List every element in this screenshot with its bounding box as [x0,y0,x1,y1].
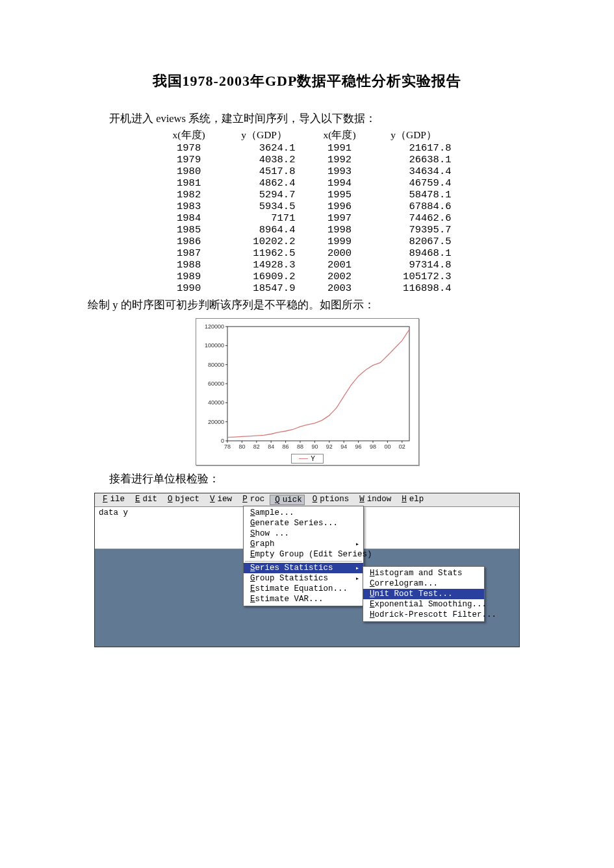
table-cell: 1997 [308,212,370,224]
gdp-data-table: x(年度) y（GDP） x(年度) y（GDP） 19783624.11991… [158,129,457,294]
legend-label: Y [311,455,315,462]
menu-item[interactable]: Empty Group (Edit Series) [244,549,363,560]
menu-item[interactable]: Group Statistics▸ [244,573,363,584]
table-cell: 1995 [308,189,370,201]
table-cell: 26638.1 [371,154,457,166]
quick-menu-dropdown[interactable]: Sample...Generate Series...Show ...Graph… [243,506,364,606]
col-x-header: x(年度) [158,129,220,142]
eviews-menubar: FileEditObjectViewProcQuickOptionsWindow… [95,493,519,507]
svg-text:82: 82 [253,443,259,450]
table-row: 19783624.1199121617.8 [158,142,457,154]
table-row: 19794038.2199226638.1 [158,154,457,166]
table-cell: 5294.7 [220,189,309,201]
svg-text:80000: 80000 [207,361,224,367]
menu-item[interactable]: Sample... [244,508,363,518]
table-cell: 58478.1 [371,189,457,201]
table-cell: 1996 [308,201,370,212]
svg-text:60000: 60000 [207,380,224,387]
series-statistics-submenu[interactable]: Histogram and StatsCorrelogram...Unit Ro… [363,566,485,622]
table-cell: 67884.6 [371,201,457,212]
table-cell: 1985 [158,224,220,236]
table-row: 199018547.92003116898.4 [158,282,457,294]
intro-text: 开机进入 eviews 系统，建立时间序列，导入以下数据： [88,110,526,127]
col-y2-header: y（GDP） [371,129,457,142]
table-header-row: x(年度) y（GDP） x(年度) y（GDP） [158,129,457,142]
menubar-item-quick[interactable]: Quick [270,495,305,505]
svg-rect-0 [227,327,409,441]
menubar-item-help[interactable]: Help [396,495,426,505]
table-cell: 34634.4 [371,166,457,177]
table-cell: 74462.6 [371,212,457,224]
svg-text:86: 86 [282,443,288,450]
menu-item[interactable]: Generate Series... [244,518,363,528]
table-cell: 46759.4 [371,177,457,189]
submenu-item[interactable]: Hodrick-Prescott Filter... [363,610,484,620]
table-row: 198916909.22002105172.3 [158,271,457,282]
col-y-header: y（GDP） [220,129,309,142]
table-row: 19825294.7199558478.1 [158,189,457,201]
submenu-item[interactable]: Correlogram... [363,578,484,589]
chart-intro-text: 绘制 y 的时序图可初步判断该序列是不平稳的。如图所示： [88,297,526,314]
table-cell: 2003 [308,282,370,294]
svg-text:02: 02 [398,443,405,450]
menubar-item-proc[interactable]: Proc [237,495,267,505]
page-title: 我国1978-2003年GDP数据平稳性分析实验报告 [88,71,526,91]
svg-text:88: 88 [296,443,303,450]
table-cell: 11962.5 [220,247,309,259]
table-cell: 1998 [308,224,370,236]
menu-item[interactable]: Show ... [244,528,363,539]
menu-item[interactable]: Estimate Equation... [244,584,363,594]
svg-text:90: 90 [311,443,318,450]
svg-text:20000: 20000 [207,418,224,425]
table-cell: 1999 [308,236,370,247]
table-cell: 1993 [308,166,370,177]
table-cell: 5934.5 [220,201,309,212]
legend-line-icon [299,458,308,459]
svg-text:84: 84 [268,443,274,450]
submenu-item[interactable]: Exponential Smoothing... [363,599,484,610]
table-cell: 79395.7 [371,224,457,236]
menubar-item-window[interactable]: Window [354,495,394,505]
table-cell: 1984 [158,212,220,224]
table-cell: 1981 [158,177,220,189]
menubar-item-edit[interactable]: Edit [130,495,160,505]
table-cell: 14928.3 [220,259,309,271]
table-row: 198610202.2199982067.5 [158,236,457,247]
table-cell: 1983 [158,201,220,212]
table-cell: 1994 [308,177,370,189]
table-cell: 21617.8 [371,142,457,154]
menubar-item-object[interactable]: Object [162,495,202,505]
menubar-item-view[interactable]: View [205,495,235,505]
table-cell: 1988 [158,259,220,271]
menu-item[interactable]: Graph▸ [244,539,363,549]
svg-text:00: 00 [384,443,390,450]
svg-text:78: 78 [224,443,230,450]
table-cell: 18547.9 [220,282,309,294]
submenu-item[interactable]: Histogram and Stats [363,568,484,578]
table-cell: 16909.2 [220,271,309,282]
table-cell: 1992 [308,154,370,166]
table-cell: 8964.4 [220,224,309,236]
table-row: 19814862.4199446759.4 [158,177,457,189]
menu-item[interactable]: Estimate VAR... [244,594,363,604]
submenu-item[interactable]: Unit Root Test... [363,589,484,599]
svg-text:98: 98 [369,443,376,450]
eviews-command-text: data y [99,508,128,517]
svg-text:94: 94 [340,443,347,450]
menubar-item-file[interactable]: File [97,495,127,505]
table-cell: 4862.4 [220,177,309,189]
table-cell: 97314.8 [371,259,457,271]
svg-text:100000: 100000 [204,342,224,349]
table-cell: 1979 [158,154,220,166]
menubar-item-options[interactable]: Options [307,495,352,505]
svg-text:80: 80 [238,443,245,450]
table-cell: 3624.1 [220,142,309,154]
table-row: 198711962.5200089468.1 [158,247,457,259]
gdp-time-series-chart: 0200004000060000800001000001200007880828… [196,318,419,465]
table-cell: 1978 [158,142,220,154]
table-cell: 1991 [308,142,370,154]
table-row: 19847171199774462.6 [158,212,457,224]
svg-text:96: 96 [355,443,361,450]
menu-item[interactable]: Series Statistics▸ [244,563,363,573]
table-row: 19858964.4199879395.7 [158,224,457,236]
